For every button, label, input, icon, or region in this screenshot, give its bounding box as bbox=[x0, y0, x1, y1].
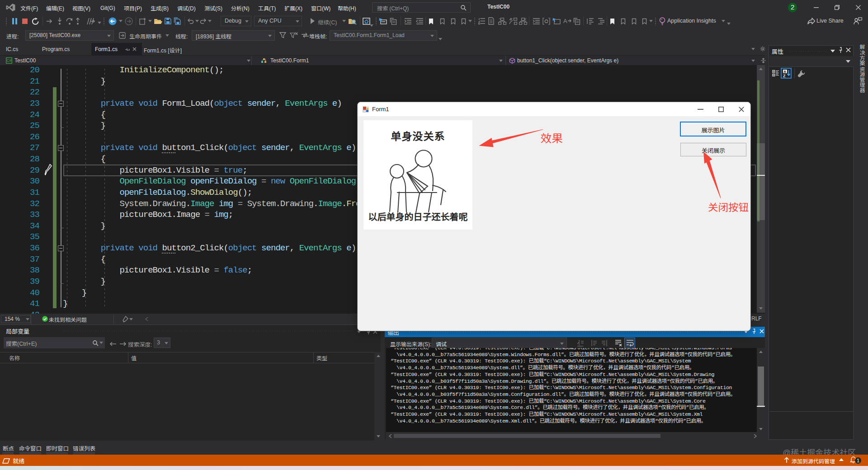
svg-text:关闭按钮: 关闭按钮 bbox=[708, 202, 749, 213]
svg-text:效果: 效果 bbox=[541, 132, 563, 145]
